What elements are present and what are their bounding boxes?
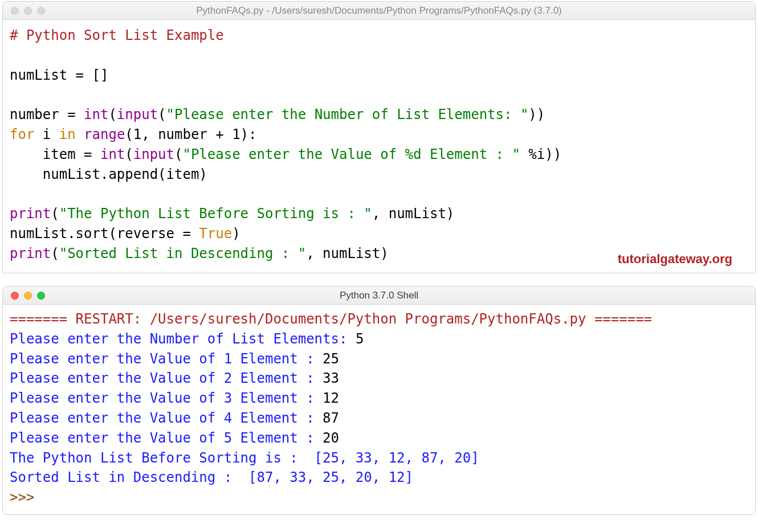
code-text	[76, 126, 84, 142]
code-text: (1, number + 1):	[125, 126, 256, 142]
shell-prompt: Please enter the Value of 2 Element :	[10, 370, 323, 386]
code-string: "Please enter the Number of List Element…	[166, 107, 529, 122]
shell-output-line: Sorted List in Descending : [87, 33, 25,…	[10, 469, 413, 485]
shell-input-value: 33	[323, 370, 339, 386]
code-text: %i))	[520, 146, 561, 162]
watermark: tutorialgateway.org	[618, 250, 732, 268]
code-text: item =	[10, 146, 100, 162]
shell-traffic-lights	[3, 292, 45, 300]
code-text: i	[34, 126, 59, 142]
shell-input-value: 20	[323, 430, 339, 446]
shell-titlebar: Python 3.7.0 Shell	[3, 287, 755, 305]
shell-output-line: The Python List Before Sorting is : [25,…	[10, 450, 479, 466]
code-text: )	[232, 226, 240, 242]
code-builtin: int	[84, 107, 108, 122]
code-keyword: for	[10, 126, 34, 142]
editor-titlebar: PythonFAQs.py - /Users/suresh/Documents/…	[3, 2, 755, 20]
zoom-icon[interactable]	[37, 7, 45, 15]
shell-title: Python 3.7.0 Shell	[3, 290, 755, 301]
code-text: numList.sort(reverse =	[10, 226, 199, 242]
shell-window: Python 3.7.0 Shell ======= RESTART: /Use…	[2, 286, 756, 515]
code-text: , numList)	[372, 206, 455, 222]
code-builtin: input	[133, 146, 174, 162]
zoom-icon[interactable]	[37, 292, 45, 300]
shell-prompt: Please enter the Value of 3 Element :	[10, 390, 323, 406]
minimize-icon[interactable]	[24, 292, 32, 300]
code-builtin: range	[84, 126, 125, 142]
code-string: "The Python List Before Sorting is : "	[59, 206, 372, 222]
code-text: (	[125, 146, 133, 162]
minimize-icon[interactable]	[24, 7, 32, 15]
code-string: "Please enter the Value of %d Element : …	[182, 146, 520, 162]
shell-prompt: Please enter the Value of 4 Element :	[10, 410, 323, 426]
shell-input-value: 12	[323, 390, 339, 406]
shell-output-area[interactable]: ======= RESTART: /Users/suresh/Documents…	[3, 305, 755, 514]
shell-input-value: 5	[356, 331, 364, 347]
shell-repl-prompt: >>>	[10, 489, 43, 505]
code-builtin: print	[10, 245, 51, 261]
editor-traffic-lights	[3, 7, 45, 15]
close-icon[interactable]	[11, 7, 19, 15]
shell-input-value: 87	[323, 410, 339, 426]
code-builtin: input	[117, 107, 158, 122]
code-string: "Sorted List in Descending : "	[59, 245, 306, 261]
shell-input-value: 25	[323, 351, 339, 367]
shell-prompt: Please enter the Number of List Elements…	[10, 331, 356, 347]
close-icon[interactable]	[11, 292, 19, 300]
code-text: number =	[10, 107, 84, 122]
code-text: (	[51, 245, 59, 261]
code-text: (	[51, 206, 59, 222]
code-keyword: True	[199, 226, 232, 242]
editor-code-area[interactable]: # Python Sort List Example numList = [] …	[3, 20, 755, 273]
code-text: (	[108, 107, 116, 122]
code-builtin: int	[100, 146, 125, 162]
shell-prompt: Please enter the Value of 1 Element :	[10, 351, 323, 367]
code-text: numList.append(item)	[10, 166, 207, 182]
shell-prompt: Please enter the Value of 5 Element :	[10, 430, 323, 446]
code-text: (	[174, 146, 182, 162]
code-text: , numList)	[306, 245, 389, 261]
code-text: ))	[528, 107, 545, 122]
shell-restart-line: ======= RESTART: /Users/suresh/Documents…	[10, 311, 652, 327]
editor-title: PythonFAQs.py - /Users/suresh/Documents/…	[3, 5, 755, 17]
code-keyword: in	[59, 126, 76, 142]
editor-window: PythonFAQs.py - /Users/suresh/Documents/…	[2, 1, 756, 273]
code-builtin: print	[10, 206, 51, 222]
code-text: (	[158, 107, 166, 122]
code-text: numList = []	[10, 67, 108, 83]
code-comment: # Python Sort List Example	[10, 27, 224, 43]
